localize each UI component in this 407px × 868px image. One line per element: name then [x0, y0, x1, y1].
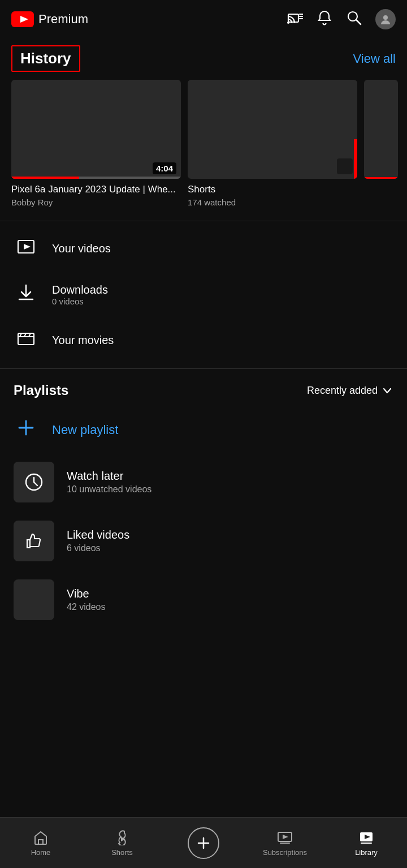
shorts-red-bar	[354, 139, 357, 179]
cast-icon[interactable]	[287, 10, 303, 29]
liked-videos-info: Liked videos 6 videos	[67, 528, 129, 553]
search-icon[interactable]	[346, 10, 362, 29]
history-card-partial[interactable]	[364, 80, 398, 209]
vibe-playlist-item[interactable]: Vibe 42 videos	[0, 570, 407, 629]
history-title-box: History	[11, 45, 80, 72]
new-playlist-label: New playlist	[52, 423, 118, 437]
your-movies-icon	[16, 329, 36, 352]
liked-videos-thumb	[14, 521, 54, 561]
svg-marker-26	[283, 835, 288, 839]
playlists-header: Playlists Recently added	[0, 368, 407, 407]
liked-videos-icon	[24, 531, 44, 551]
your-videos-icon	[16, 237, 36, 260]
nav-shorts[interactable]: Shorts	[99, 830, 145, 857]
account-avatar[interactable]	[375, 9, 396, 29]
menu-section: Your videos Downloads 0 videos Your movi	[0, 221, 407, 368]
vibe-playlist-info: Vibe 42 videos	[67, 587, 106, 612]
history-header: History View all	[0, 38, 407, 80]
card-title-shorts: Shorts	[188, 183, 357, 196]
card-thumb-partial	[364, 80, 398, 179]
watch-later-info: Watch later 10 unwatched videos	[67, 470, 151, 495]
add-icon	[195, 835, 212, 852]
nav-subscriptions[interactable]: Subscriptions	[262, 830, 308, 857]
history-card-shorts[interactable]: Shorts 174 watched	[188, 80, 357, 209]
svg-point-7	[348, 12, 357, 21]
history-card-1[interactable]: 4:04 Pixel 6a January 2023 Update | Whe.…	[11, 80, 181, 209]
brand-name: Premium	[38, 12, 88, 27]
nav-library-label: Library	[355, 848, 378, 857]
vibe-playlist-title: Vibe	[67, 587, 106, 600]
subscriptions-icon	[277, 830, 293, 845]
nav-home-label: Home	[31, 848, 51, 857]
downloads-item[interactable]: Downloads 0 videos	[0, 272, 407, 317]
your-videos-label: Your videos	[52, 242, 111, 255]
svg-line-8	[357, 20, 361, 24]
library-icon	[358, 830, 374, 845]
svg-point-3	[287, 22, 289, 24]
watch-later-title: Watch later	[67, 470, 151, 483]
header: Premium	[0, 0, 407, 38]
nav-home[interactable]: Home	[18, 830, 63, 857]
downloads-info: Downloads 0 videos	[52, 283, 108, 306]
shorts-badge	[337, 158, 353, 174]
watch-later-thumb	[14, 462, 54, 502]
watch-later-icon	[24, 472, 44, 492]
card-info-shorts: Shorts 174 watched	[188, 179, 357, 209]
card-channel-1: Bobby Roy	[11, 197, 181, 207]
history-title: History	[20, 50, 71, 67]
logo-area: Premium	[11, 11, 88, 27]
liked-videos-sub: 6 videos	[67, 543, 129, 553]
svg-point-9	[383, 15, 388, 20]
youtube-logo-icon	[11, 11, 34, 27]
card-title-1: Pixel 6a January 2023 Update | Whe...	[11, 183, 181, 196]
sort-label: Recently added	[307, 385, 378, 397]
your-videos-item[interactable]: Your videos	[0, 226, 407, 272]
your-movies-label: Your movies	[52, 334, 114, 347]
vibe-playlist-thumb	[14, 579, 54, 620]
home-icon	[33, 830, 49, 845]
playlists-title: Playlists	[14, 383, 68, 398]
view-all-button[interactable]: View all	[353, 51, 396, 66]
card-info-1: Pixel 6a January 2023 Update | Whe... Bo…	[11, 179, 181, 209]
nav-subscriptions-label: Subscriptions	[263, 848, 307, 857]
liked-videos-item[interactable]: Liked videos 6 videos	[0, 512, 407, 570]
downloads-sub: 0 videos	[52, 297, 108, 306]
shorts-nav-icon	[114, 830, 130, 845]
vibe-playlist-sub: 42 videos	[67, 602, 106, 612]
history-cards-row: 4:04 Pixel 6a January 2023 Update | Whe.…	[0, 80, 407, 221]
card-thumb-1: 4:04	[11, 80, 181, 179]
nav-library[interactable]: Library	[344, 830, 389, 857]
watch-later-sub: 10 unwatched videos	[67, 484, 151, 495]
svg-marker-11	[24, 244, 31, 250]
chevron-down-icon	[381, 384, 393, 397]
add-button[interactable]	[188, 827, 219, 859]
bottom-nav: Home Shorts Subscriptions Librar	[0, 817, 407, 868]
downloads-icon	[16, 283, 36, 306]
bell-icon[interactable]	[317, 10, 332, 29]
header-icons	[287, 9, 396, 29]
duration-badge-1: 4:04	[153, 162, 176, 174]
card-sub-shorts: 174 watched	[188, 197, 357, 207]
liked-videos-title: Liked videos	[67, 528, 129, 542]
downloads-label: Downloads	[52, 283, 108, 297]
card-thumb-shorts	[188, 80, 357, 179]
watch-later-item[interactable]: Watch later 10 unwatched videos	[0, 453, 407, 512]
plus-icon	[16, 419, 36, 441]
nav-shorts-label: Shorts	[111, 848, 133, 857]
nav-add[interactable]	[181, 827, 226, 859]
new-playlist-button[interactable]: New playlist	[0, 407, 407, 453]
sort-button[interactable]: Recently added	[307, 384, 393, 397]
your-movies-item[interactable]: Your movies	[0, 317, 407, 363]
